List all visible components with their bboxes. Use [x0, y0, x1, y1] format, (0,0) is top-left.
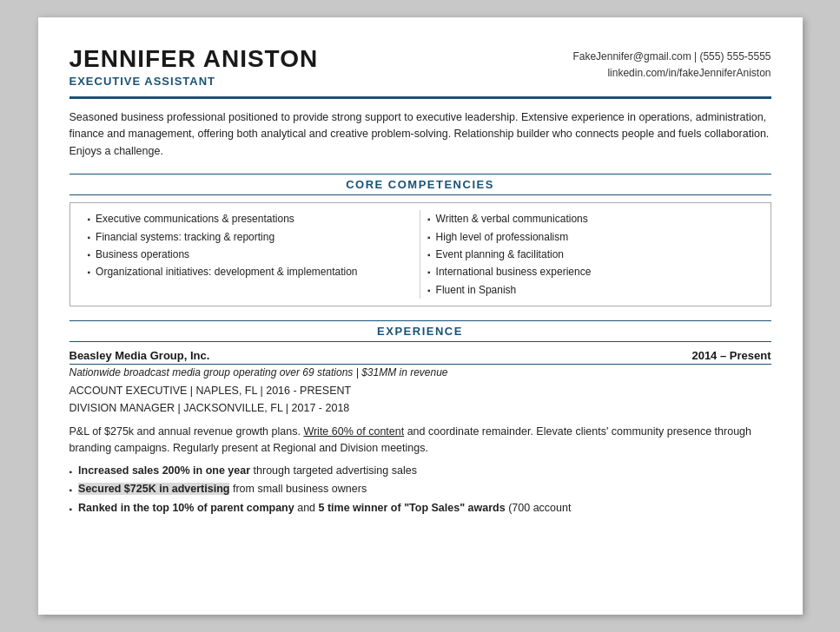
- competencies-grid: ▪ Executive communications & presentatio…: [69, 202, 771, 306]
- header-contact: FakeJennifer@gmail.com | (555) 555-5555 …: [572, 45, 771, 82]
- comp-item: ▪ Financial systems: tracking & reportin…: [88, 228, 413, 246]
- comp-item: ▪ Written & verbal communications: [427, 210, 753, 227]
- comp-item: ▪ Event planning & facilitation: [427, 246, 753, 263]
- bullet-icon: ▪: [69, 465, 73, 479]
- comp-item-label: High level of professionalism: [436, 228, 569, 246]
- bullet-icon: ▪: [88, 212, 91, 227]
- comp-item: ▪ International business experience: [427, 263, 753, 280]
- bullet-icon: ▪: [88, 265, 91, 280]
- comp-item: ▪ Fluent in Spanish: [427, 281, 753, 299]
- bullet-text: Secured $725K in advertising from small …: [78, 481, 367, 497]
- bullet-icon: ▪: [427, 265, 431, 280]
- bullet-icon: ▪: [427, 283, 431, 298]
- job-entry: Beasley Media Group, Inc. 2014 – Present…: [69, 349, 771, 517]
- job-role: ACCOUNT EXECUTIVE | Naples, FL | 2016 - …: [69, 382, 771, 399]
- company-name: Beasley Media Group, Inc.: [69, 349, 210, 362]
- comp-item-label: Financial systems: tracking & reporting: [96, 228, 274, 246]
- candidate-title: EXECUTIVE ASSISTANT: [69, 75, 319, 88]
- comp-item-label: Business operations: [96, 246, 189, 263]
- competencies-heading: CORE COMPETENCIES: [69, 174, 771, 195]
- company-row: Beasley Media Group, Inc. 2014 – Present: [69, 349, 771, 365]
- comp-item-label: Fluent in Spanish: [436, 281, 517, 299]
- bullet-text: Increased sales 200% in one year through…: [78, 463, 417, 479]
- job-bullets: ▪ Increased sales 200% in one year throu…: [69, 463, 771, 517]
- candidate-name: JENNIFER ANISTON: [69, 45, 319, 73]
- bullet-icon: ▪: [427, 230, 431, 245]
- experience-heading: EXPERIENCE: [69, 320, 771, 342]
- bullet-icon: ▪: [427, 212, 431, 227]
- bullet-text: Ranked in the top 10% of parent company …: [78, 500, 571, 517]
- competencies-col-right: ▪ Written & verbal communications ▪ High…: [420, 210, 760, 299]
- summary-text: Seasoned business professional positione…: [69, 109, 771, 160]
- contact-line2: linkedin.com/in/fakeJenniferAniston: [572, 65, 771, 82]
- job-dates: 2014 – Present: [691, 349, 771, 362]
- comp-item-label: Executive communications & presentations: [96, 210, 294, 227]
- competencies-col-left: ▪ Executive communications & presentatio…: [81, 210, 421, 299]
- job-role: DIVISION MANAGER | Jacksonville, FL | 20…: [69, 399, 771, 417]
- comp-item-label: Written & verbal communications: [436, 210, 588, 227]
- experience-section: EXPERIENCE Beasley Media Group, Inc. 201…: [69, 320, 771, 517]
- comp-item: ▪ Business operations: [88, 246, 413, 263]
- job-body: P&L of $275k and annual revenue growth p…: [69, 424, 771, 458]
- comp-item: ▪ High level of professionalism: [427, 228, 753, 246]
- company-description: Nationwide broadcast media group operati…: [69, 366, 771, 379]
- comp-item-label: International business experience: [436, 263, 592, 280]
- bullet-item: ▪ Increased sales 200% in one year throu…: [69, 463, 771, 479]
- competencies-section: CORE COMPETENCIES ▪ Executive communicat…: [69, 174, 771, 306]
- comp-item: ▪ Organizational initiatives: developmen…: [88, 263, 413, 280]
- bullet-icon: ▪: [69, 484, 73, 497]
- bullet-item: ▪ Ranked in the top 10% of parent compan…: [69, 500, 771, 517]
- bullet-icon: ▪: [69, 503, 73, 517]
- bullet-icon: ▪: [88, 247, 91, 262]
- comp-item-label: Event planning & facilitation: [436, 246, 564, 263]
- header-left: JENNIFER ANISTON EXECUTIVE ASSISTANT: [69, 45, 319, 88]
- header: JENNIFER ANISTON EXECUTIVE ASSISTANT Fak…: [69, 45, 771, 99]
- comp-item: ▪ Executive communications & presentatio…: [88, 210, 413, 227]
- comp-item-label: Organizational initiatives: development …: [96, 263, 358, 280]
- underline-text: Write 60% of content: [303, 425, 404, 438]
- bullet-item: ▪ Secured $725K in advertising from smal…: [69, 481, 771, 497]
- resume-container: JENNIFER ANISTON EXECUTIVE ASSISTANT Fak…: [38, 17, 803, 615]
- bullet-icon: ▪: [427, 247, 431, 262]
- bullet-icon: ▪: [88, 230, 91, 245]
- contact-line1: FakeJennifer@gmail.com | (555) 555-5555: [572, 49, 771, 65]
